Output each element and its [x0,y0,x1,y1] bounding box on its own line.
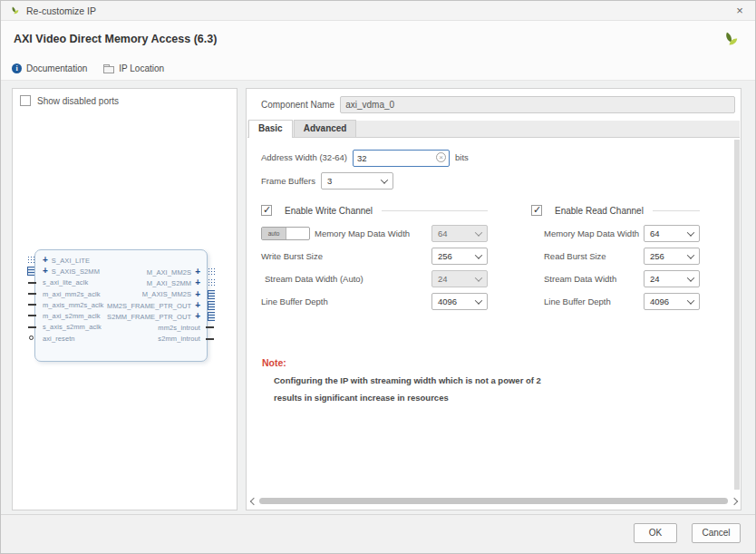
write-stream-data-width-row: Stream Data Width (Auto) 24 [261,270,488,287]
read-channel-header: Enable Read Channel [531,204,700,217]
read-mm-data-width-label: Memory Map Data Width [531,228,639,238]
documentation-label: Documentation [26,63,87,73]
expand-plus-icon[interactable]: + [195,313,200,320]
scroll-left-icon[interactable] [248,497,257,505]
pin-stub-icon [28,304,36,306]
address-width-input[interactable] [353,150,450,167]
horizontal-scrollbar[interactable] [248,496,739,505]
read-burst-size-dropdown[interactable]: 256 [644,248,700,265]
cancel-button[interactable]: Cancel [692,523,741,543]
xilinx-logo-icon [719,28,741,50]
enable-read-channel-checkbox[interactable] [531,205,542,216]
tab-basic[interactable]: Basic [248,120,293,138]
reset-pin-icon [29,335,34,340]
port-s-axi-lite: + S_AXI_LITE [43,255,103,266]
recustomize-ip-dialog: Re-customize IP × AXI Video Direct Memor… [0,0,756,554]
main-area: Show disabled ports + S_AXI_LITE + S_AXI… [1,81,755,514]
auto-manual-toggle[interactable]: auto [261,227,310,240]
chevron-down-icon [687,296,694,304]
enable-write-channel-label: Enable Write Channel [285,206,373,216]
pin-stub-icon [28,282,36,284]
read-line-buffer-depth-row: Line Buffer Depth 4096 [531,293,700,310]
note-section: Note: Configuring the IP with streaming … [262,357,733,403]
write-mm-data-width-dropdown: 64 [431,225,488,242]
port-s-axis-s2mm: + S_AXIS_S2MM [43,266,103,277]
scroll-right-icon[interactable] [731,497,739,505]
chevron-down-icon [475,274,482,281]
horizontal-scrollbar-thumb[interactable] [259,498,728,504]
component-name-field[interactable] [340,96,735,113]
left-ports: + S_AXI_LITE + S_AXIS_S2MM s_axi_lite_ac… [43,255,103,344]
right-ports: M_AXI_MM2S + M_AXI_S2MM + M_AXIS_MM2S + [107,267,200,345]
read-line-buffer-depth-dropdown[interactable]: 4096 [644,293,700,310]
page-title: AXI Video Direct Memory Access (6.3) [14,33,217,45]
write-burst-size-label: Write Burst Size [261,251,323,261]
read-burst-size-row: Read Burst Size 256 [531,248,700,265]
port-s2mm-introut: s2mm_introut [107,334,200,345]
frame-buffers-row: Frame Buffers 3 [261,172,733,190]
show-disabled-ports-row: Show disabled ports [20,95,119,106]
expand-plus-icon[interactable]: + [43,257,48,264]
link-bar: i Documentation IP Location [1,57,755,81]
write-burst-size-row: Write Burst Size 256 [261,248,488,265]
expand-plus-icon[interactable]: + [195,291,200,298]
frame-buffers-dropdown[interactable]: 3 [321,172,393,190]
port-s2mm-frame-ptr-out: S2MM_FRAME_PTR_OUT + [107,311,200,322]
configuration-panel: Component Name Basic Advanced Address Wi… [246,88,741,510]
bus-interface-icon [208,290,215,299]
write-stream-data-width-label: Stream Data Width (Auto) [261,274,363,284]
port-m-axi-mm2s: M_AXI_MM2S + [107,267,200,277]
tab-advanced[interactable]: Advanced [294,120,357,137]
component-name-label: Component Name [261,100,334,110]
ok-button[interactable]: OK [634,523,677,543]
read-stream-data-width-dropdown[interactable]: 24 [644,270,700,287]
write-line-buffer-depth-row: Line Buffer Depth 4096 [261,293,488,310]
address-width-label: Address Width (32-64) [261,152,347,162]
write-burst-size-dropdown[interactable]: 256 [431,248,488,265]
expand-plus-icon[interactable]: + [43,267,48,275]
write-line-buffer-depth-label: Line Buffer Depth [261,296,328,306]
expand-plus-icon[interactable]: + [195,302,200,309]
bus-interface-icon [208,312,215,321]
expand-plus-icon[interactable]: + [195,268,200,276]
enable-write-channel-checkbox[interactable] [261,205,272,216]
chevron-down-icon [687,274,694,281]
close-icon[interactable]: × [732,3,748,19]
bus-interface-icon [27,267,34,276]
address-width-input-wrap: × [353,149,450,166]
pin-stub-icon [28,293,36,295]
port-mm2s-frame-ptr-out: MM2S_FRAME_PTR_OUT + [107,300,200,311]
write-channel-header: Enable Write Channel [261,204,488,217]
clear-icon[interactable]: × [436,152,446,162]
address-width-suffix: bits [455,152,469,162]
read-line-buffer-depth-label: Line Buffer Depth [531,296,611,306]
show-disabled-ports-checkbox[interactable] [20,95,31,106]
vertical-scrollbar[interactable] [734,140,740,490]
port-m-axi-s2mm: M_AXI_S2MM + [107,277,200,288]
pin-stub-icon [206,338,214,340]
write-line-buffer-depth-dropdown[interactable]: 4096 [431,293,488,310]
divider [653,210,700,211]
bus-interface-icon [208,267,215,277]
read-mm-data-width-dropdown[interactable]: 64 [644,225,700,242]
write-channel-section: Enable Write Channel auto Memory Map Dat… [261,204,488,316]
note-line-2: results in significant increase in resou… [274,393,733,403]
vertical-scrollbar-thumb[interactable] [734,140,740,490]
info-icon: i [12,63,22,73]
ip-location-link[interactable]: IP Location [103,63,164,73]
note-title: Note: [262,357,733,368]
port-axi-resetn: axi_resetn [43,333,103,344]
read-stream-data-width-row: Stream Data Width 24 [531,270,700,287]
enable-read-channel-label: Enable Read Channel [555,206,644,216]
port-m-axi-s2mm-aclk: m_axi_s2mm_aclk [43,310,103,321]
window-title: Re-customize IP [26,5,96,16]
frame-buffers-label: Frame Buffers [261,176,315,186]
component-name-row: Component Name [261,95,735,113]
documentation-link[interactable]: i Documentation [12,63,87,73]
bus-interface-icon [208,301,215,310]
read-stream-data-width-label: Stream Data Width [531,274,616,284]
tab-bar: Basic Advanced [247,121,740,138]
write-mm-data-width-row: auto Memory Map Data Width 64 [261,225,488,242]
expand-plus-icon[interactable]: + [195,279,200,287]
read-burst-size-label: Read Burst Size [531,251,606,261]
